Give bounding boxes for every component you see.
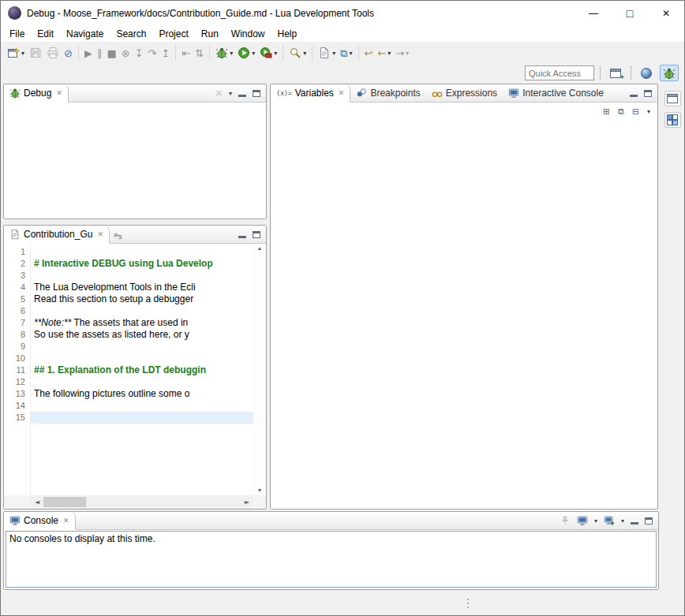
debug-button[interactable]: ▾ — [213, 44, 235, 62]
view-menu-icon[interactable]: ▾ — [647, 108, 650, 115]
editor-text-area[interactable]: # Interactive DEBUG using Lua Develop Th… — [31, 244, 253, 495]
minimize-icon[interactable] — [238, 236, 246, 238]
debug-perspective-button[interactable] — [660, 65, 679, 81]
use-step-filters-button[interactable]: ⇅ — [193, 44, 206, 62]
scrollbar-spacer — [4, 495, 31, 509]
save-button[interactable] — [27, 44, 44, 62]
search-button[interactable]: ▾ — [286, 44, 309, 62]
maximize-icon[interactable] — [645, 517, 653, 525]
terminate-button[interactable]: ■ — [104, 44, 118, 62]
step-into-button[interactable]: ↧ — [133, 44, 146, 62]
menu-search[interactable]: Search — [110, 26, 152, 42]
open-console-icon[interactable] — [604, 515, 615, 526]
editor-header-toolbar — [238, 226, 266, 243]
ldt-perspective-button[interactable] — [637, 65, 656, 81]
minimize-window-button[interactable]: — — [575, 1, 612, 25]
print-button[interactable] — [44, 44, 62, 62]
menu-help[interactable]: Help — [271, 26, 304, 42]
chevron-down-icon[interactable]: ▾ — [350, 50, 353, 57]
maximize-window-button[interactable]: □ — [612, 1, 648, 25]
close-icon[interactable]: ✕ — [97, 230, 103, 238]
restore-layout-button[interactable] — [664, 112, 681, 128]
code-text: ## 1. Explanation of the LDT debuggin — [34, 364, 206, 375]
tab-console[interactable]: Console ✕ — [4, 512, 76, 530]
forward-button[interactable]: → ▾ — [393, 44, 411, 62]
tab-interactive-console[interactable]: Interactive Console — [503, 84, 609, 102]
vertical-scrollbar[interactable]: ▴ ▾ — [253, 244, 266, 495]
menu-navigate[interactable]: Navigate — [60, 26, 110, 42]
restore-view-button[interactable] — [664, 91, 681, 106]
menu-project[interactable]: Project — [152, 26, 194, 42]
tab-variables[interactable]: (x)= Variables ✕ — [271, 84, 350, 103]
resume-button[interactable]: ▶ — [82, 44, 95, 62]
scroll-down-icon[interactable]: ▾ — [258, 487, 261, 494]
open-perspective-button[interactable]: + — [606, 65, 625, 81]
scroll-left-icon[interactable]: ◄ — [31, 499, 43, 506]
debug-view-body[interactable] — [4, 103, 266, 218]
chevron-down-icon[interactable]: ▾ — [252, 50, 255, 57]
quick-access-input[interactable] — [525, 65, 594, 80]
close-icon[interactable]: ✕ — [56, 89, 62, 97]
chevron-down-icon[interactable]: ▾ — [594, 517, 597, 525]
view-menu-icon[interactable]: ▾ — [229, 90, 232, 97]
chevron-down-icon[interactable]: ▾ — [21, 50, 24, 57]
remove-all-terminated-icon[interactable]: ✕ — [215, 89, 223, 98]
maximize-icon[interactable] — [253, 90, 260, 97]
variables-header-toolbar — [630, 84, 657, 102]
close-window-button[interactable]: ✕ — [648, 1, 684, 25]
show-type-names-icon[interactable]: ⊞ — [603, 107, 610, 116]
editor-tab-overflow-button[interactable]: » 5 — [110, 226, 126, 243]
new-file-button[interactable]: ▾ — [316, 44, 338, 62]
show-logical-structures-icon[interactable]: ⧉ — [618, 107, 624, 116]
maximize-icon[interactable] — [644, 90, 652, 97]
chevron-down-icon[interactable]: ▾ — [621, 517, 624, 525]
chevron-down-icon[interactable]: ▾ — [406, 50, 409, 57]
minimize-icon[interactable] — [630, 95, 638, 97]
external-tools-button[interactable]: ▾ — [257, 44, 279, 62]
pin-console-icon[interactable] — [560, 515, 571, 526]
step-over-button[interactable]: ↷ — [146, 44, 159, 62]
close-icon[interactable]: ✕ — [339, 89, 345, 97]
variables-body[interactable] — [271, 120, 657, 509]
tab-expressions[interactable]: Expressions — [426, 84, 503, 102]
drop-to-frame-button[interactable]: ⇤ — [179, 44, 193, 62]
collapse-all-icon[interactable]: ⊟ — [632, 107, 639, 116]
maximize-icon[interactable] — [253, 231, 260, 238]
chevron-down-icon[interactable]: ▾ — [274, 50, 277, 57]
chevron-down-icon[interactable]: ▾ — [303, 50, 306, 57]
close-icon[interactable]: ✕ — [63, 517, 69, 525]
save-icon — [29, 47, 42, 59]
scrollbar-thumb[interactable] — [43, 497, 86, 507]
menu-run[interactable]: Run — [195, 26, 225, 42]
suspend-button[interactable]: ‖ — [95, 44, 105, 62]
horizontal-scrollbar[interactable]: ◄ ► — [31, 495, 253, 509]
code-text: The assets that are used in — [71, 317, 188, 328]
chevron-down-icon[interactable]: ▾ — [332, 50, 335, 57]
resume-icon: ▶ — [84, 48, 92, 58]
display-selected-console-icon[interactable] — [577, 515, 588, 526]
last-edit-location-button[interactable]: ↩ — [362, 44, 376, 62]
resize-grip[interactable] — [467, 599, 469, 608]
layout-grid-icon — [666, 114, 679, 126]
tab-breakpoints[interactable]: Breakpoints — [350, 84, 425, 102]
menu-file[interactable]: File — [3, 26, 31, 42]
tab-debug[interactable]: Debug ✕ — [4, 84, 69, 103]
scroll-right-icon[interactable]: ► — [241, 499, 253, 506]
step-return-button[interactable]: ↥ — [159, 44, 172, 62]
skip-all-breakpoints-button[interactable]: ⊘ — [62, 44, 75, 62]
tab-contribution-guide[interactable]: Contribution_Gu ✕ — [4, 226, 110, 244]
run-button[interactable]: ▾ — [235, 44, 257, 62]
menu-window[interactable]: Window — [225, 26, 271, 42]
tab-label: Console — [24, 515, 58, 526]
back-button[interactable]: ← ▾ — [375, 44, 393, 62]
chevron-down-icon[interactable]: ▾ — [230, 50, 233, 57]
open-element-button[interactable]: ⧉ ▾ — [338, 44, 354, 62]
disconnect-button[interactable]: ⊗ — [119, 44, 133, 62]
new-wizard-button[interactable]: ▾ — [5, 44, 27, 62]
minimize-icon[interactable] — [631, 522, 638, 525]
scroll-up-icon[interactable]: ▴ — [258, 245, 261, 252]
menu-edit[interactable]: Edit — [31, 26, 60, 42]
chevron-down-icon[interactable]: ▾ — [387, 50, 391, 57]
minimize-icon[interactable] — [238, 95, 246, 97]
scrollbar-track[interactable] — [43, 495, 241, 509]
